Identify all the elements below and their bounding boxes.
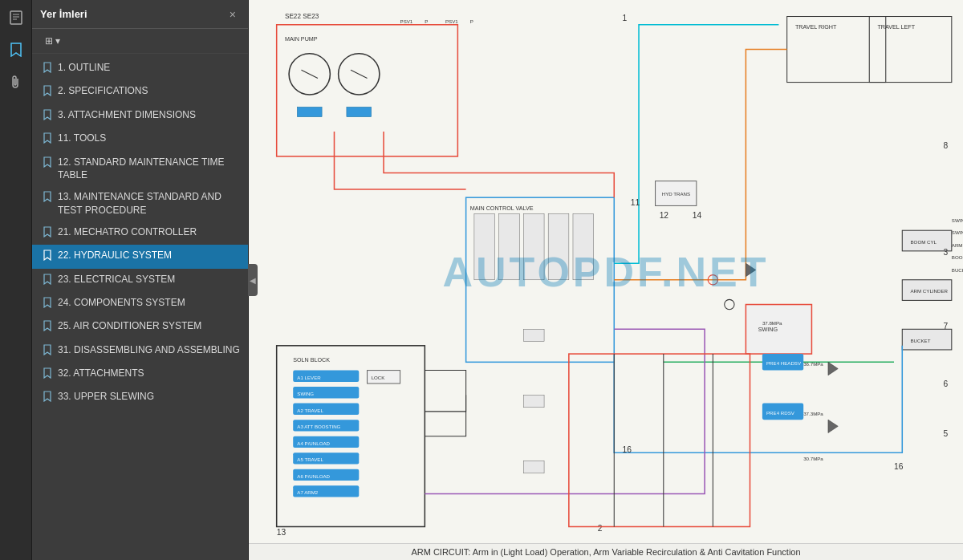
svg-text:A6 P/UNLOAD: A6 P/UNLOAD	[297, 473, 330, 479]
svg-rect-18	[573, 214, 594, 280]
svg-text:PSV1: PSV1	[445, 18, 458, 24]
sidebar-header: Yer İmleri ×	[32, 0, 248, 29]
svg-text:30.7MPa: 30.7MPa	[803, 456, 823, 461]
sidebar-item-air[interactable]: 25. AIR CONDITIONER SYSTEM	[32, 315, 248, 339]
bookmark-item-icon	[43, 297, 51, 311]
svg-text:PRE4 RDSV: PRE4 RDSV	[766, 410, 795, 416]
svg-text:SE22 SE23: SE22 SE23	[285, 13, 319, 20]
svg-text:PSV1: PSV1	[400, 18, 413, 24]
sidebar-close-button[interactable]: ×	[226, 6, 240, 22]
sidebar-item-standard[interactable]: 12. STANDARD MAINTENANCE TIME TABLE	[32, 152, 248, 187]
sidebar-item-label: 33. UPPER SLEWING	[58, 390, 240, 404]
sidebar-item-tools[interactable]: 11. TOOLS	[32, 128, 248, 151]
sidebar-toolbar: ⊞ ▾	[32, 29, 248, 54]
svg-text:ARM CYLINDER: ARM CYLINDER	[911, 288, 949, 294]
svg-text:11: 11	[631, 198, 640, 207]
svg-rect-14	[474, 214, 495, 280]
sidebar-item-disassembling[interactable]: 31. DISASSEMBLING AND ASSEMBLING	[32, 339, 248, 363]
svg-rect-49	[746, 305, 811, 355]
svg-rect-11	[347, 107, 372, 116]
bookmark-item-icon	[43, 62, 51, 76]
sidebar-item-components[interactable]: 24. COMPONENTS SYSTEM	[32, 292, 248, 315]
svg-text:37.3MPa: 37.3MPa	[803, 411, 823, 416]
bookmark-item-icon	[43, 274, 51, 288]
sidebar-item-attachments[interactable]: 32. ATTACHMENTS	[32, 363, 248, 386]
sidebar-item-label: 1. OUTLINE	[58, 61, 240, 75]
sidebar-item-label: 11. TOOLS	[58, 132, 240, 145]
bookmark-item-icon	[43, 391, 51, 405]
svg-text:P: P	[425, 18, 428, 24]
svg-text:7: 7	[944, 322, 949, 331]
svg-text:BOOM CYL: BOOM CYL	[911, 239, 937, 245]
bookmark-item-icon	[43, 226, 51, 241]
sidebar-item-attachment[interactable]: 3. ATTACHMENT DIMENSIONS	[32, 104, 248, 128]
sidebar-item-label: 22. HYDRAULIC SYSTEM	[58, 249, 240, 262]
svg-rect-17	[548, 214, 569, 280]
sidebar: Yer İmleri × ⊞ ▾ 1. OUTLINE 2. SPECIFICA…	[32, 0, 249, 560]
svg-text:A5 TRAVEL: A5 TRAVEL	[297, 457, 323, 462]
sidebar-item-label: 23. ELECTRICAL SYSTEM	[58, 273, 240, 286]
bookmark-item-icon	[43, 250, 51, 264]
diagram-area[interactable]: AUTOPDF.NET SE22 SE23 MAIN PUMP MAIN CON…	[249, 0, 963, 543]
sidebar-item-label: 21. MECHATRO CONTROLLER	[58, 225, 240, 239]
sidebar-item-hydraulic[interactable]: 22. HYDRAULIC SYSTEM	[32, 245, 248, 268]
svg-text:LOCK: LOCK	[372, 375, 386, 380]
svg-text:14: 14	[693, 211, 702, 220]
sidebar-title: Yer İmleri	[40, 8, 87, 20]
svg-text:36.7MPa: 36.7MPa	[803, 361, 823, 367]
dropdown-arrow: ▾	[55, 35, 60, 47]
sidebar-item-maintenance[interactable]: 13. MAINTENANCE STANDARD AND TEST PROCED…	[32, 186, 248, 221]
svg-text:BOOM CT: BOOM CT	[952, 254, 963, 260]
svg-text:P: P	[470, 18, 473, 24]
svg-text:16: 16	[623, 445, 632, 454]
svg-text:1: 1	[623, 14, 628, 22]
sidebar-item-label: 12. STANDARD MAINTENANCE TIME TABLE	[58, 156, 240, 183]
main-content: AUTOPDF.NET SE22 SE23 MAIN PUMP MAIN CON…	[249, 0, 963, 560]
sidebar-collapse-button[interactable]: ◀	[248, 264, 258, 296]
clip-icon[interactable]	[5, 71, 27, 93]
sidebar-item-label: 25. AIR CONDITIONER SYSTEM	[58, 319, 240, 333]
svg-text:A1 LEVER: A1 LEVER	[297, 375, 321, 380]
bookmark-item-icon	[43, 367, 51, 382]
svg-rect-86	[523, 461, 544, 473]
bookmark-item-icon	[43, 344, 51, 359]
sidebar-item-slewing[interactable]: 33. UPPER SLEWING	[32, 386, 248, 409]
svg-text:16: 16	[894, 462, 904, 471]
view-mode-button[interactable]: ⊞ ▾	[40, 33, 65, 49]
svg-text:BUCKET: BUCKET	[911, 338, 931, 343]
page-icon[interactable]	[5, 6, 27, 29]
svg-text:SWING: SWING	[952, 217, 963, 223]
svg-text:MAIN CONTROL VALVE: MAIN CONTROL VALVE	[470, 205, 534, 212]
sidebar-item-specifications[interactable]: 2. SPECIFICATIONS	[32, 80, 248, 103]
sidebar-item-electrical[interactable]: 23. ELECTRICAL SYSTEM	[32, 269, 248, 292]
svg-text:TRAVEL LEFT: TRAVEL LEFT	[878, 24, 916, 30]
svg-text:37.8MPa: 37.8MPa	[762, 320, 782, 326]
hydraulic-diagram: SE22 SE23 MAIN PUMP MAIN CONTROL VALVE S…	[249, 0, 963, 543]
sidebar-item-outline[interactable]: 1. OUTLINE	[32, 57, 248, 80]
svg-text:A4 P/UNLOAD: A4 P/UNLOAD	[297, 440, 330, 446]
svg-rect-16	[523, 214, 544, 280]
bookmark-icon-bar[interactable]	[5, 39, 27, 61]
svg-rect-10	[297, 107, 322, 116]
diagram-caption: ARM CIRCUIT: Arm in (Light Load) Operati…	[249, 543, 963, 560]
svg-text:SWING: SWING	[297, 391, 314, 396]
sidebar-item-label: 31. DISASSEMBLING AND ASSEMBLING	[58, 343, 240, 357]
svg-text:8: 8	[944, 141, 949, 150]
svg-text:5: 5	[944, 429, 949, 438]
bookmark-list: 1. OUTLINE 2. SPECIFICATIONS 3. ATTACHME…	[32, 54, 248, 560]
sidebar-item-label: 13. MAINTENANCE STANDARD AND TEST PROCED…	[58, 190, 240, 217]
svg-text:2: 2	[598, 524, 603, 533]
svg-text:A3 ATT BOOSTING: A3 ATT BOOSTING	[297, 424, 340, 429]
sidebar-item-label: 32. ATTACHMENTS	[58, 367, 240, 380]
sidebar-item-mechatro[interactable]: 21. MECHATRO CONTROLLER	[32, 221, 248, 245]
svg-text:TRAVEL RIGHT: TRAVEL RIGHT	[795, 24, 837, 30]
svg-text:A7 ARM2: A7 ARM2	[297, 489, 319, 495]
svg-text:SOLN BLOCK: SOLN BLOCK	[293, 357, 330, 363]
sidebar-item-label: 24. COMPONENTS SYSTEM	[58, 296, 240, 310]
sidebar-item-label: 3. ATTACHMENT DIMENSIONS	[58, 108, 240, 122]
svg-text:BUCKET: BUCKET	[952, 267, 963, 273]
svg-text:SWINELL: SWINELL	[952, 229, 963, 235]
view-icon: ⊞	[45, 35, 53, 47]
sidebar-item-label: 2. SPECIFICATIONS	[58, 84, 240, 98]
svg-text:ARM CT: ARM CT	[952, 242, 963, 248]
